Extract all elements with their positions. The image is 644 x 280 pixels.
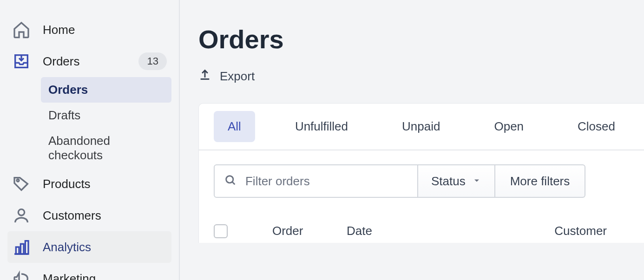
filter-input[interactable] bbox=[245, 174, 408, 189]
tab-open[interactable]: Open bbox=[480, 111, 538, 142]
export-label: Export bbox=[220, 69, 255, 84]
tab-unfulfilled[interactable]: Unfulfilled bbox=[281, 111, 362, 142]
sidebar-item-label: Products bbox=[43, 177, 167, 191]
user-icon bbox=[12, 206, 31, 225]
sidebar-item-label: Customers bbox=[43, 208, 167, 223]
orders-card: All Unfulfilled Unpaid Open Closed Statu… bbox=[198, 103, 644, 243]
page-title: Orders bbox=[198, 24, 644, 54]
subnav-drafts[interactable]: Drafts bbox=[41, 103, 171, 128]
sidebar-item-marketing[interactable]: Marketing bbox=[7, 263, 171, 280]
tab-closed[interactable]: Closed bbox=[564, 111, 629, 142]
filter-search[interactable] bbox=[214, 164, 418, 198]
table-header: Order Date Customer bbox=[199, 213, 644, 243]
sidebar-item-customers[interactable]: Customers bbox=[7, 200, 171, 231]
main-content: Orders Export All Unfulfilled Unpaid Ope… bbox=[180, 0, 644, 280]
svg-rect-3 bbox=[20, 244, 24, 254]
more-filters-label: More filters bbox=[510, 174, 570, 189]
svg-point-5 bbox=[226, 176, 233, 183]
sidebar-item-products[interactable]: Products bbox=[7, 168, 171, 200]
svg-point-0 bbox=[17, 179, 19, 182]
column-customer[interactable]: Customer bbox=[514, 224, 629, 238]
svg-point-1 bbox=[18, 209, 24, 215]
sidebar-item-analytics[interactable]: Analytics bbox=[7, 231, 171, 263]
column-date[interactable]: Date bbox=[347, 224, 514, 238]
sidebar-item-orders[interactable]: Orders 13 bbox=[7, 46, 171, 77]
home-icon bbox=[12, 20, 31, 39]
search-icon bbox=[224, 174, 237, 189]
megaphone-icon bbox=[12, 269, 31, 280]
tab-all[interactable]: All bbox=[214, 111, 255, 142]
tabs: All Unfulfilled Unpaid Open Closed bbox=[199, 104, 644, 150]
export-icon bbox=[198, 68, 211, 85]
tag-icon bbox=[12, 175, 31, 193]
subnav-abandoned-checkouts[interactable]: Abandoned checkouts bbox=[41, 128, 171, 168]
subnav-orders[interactable]: Orders bbox=[41, 77, 171, 103]
status-dropdown[interactable]: Status bbox=[418, 164, 495, 198]
svg-rect-2 bbox=[16, 247, 19, 254]
orders-count-badge: 13 bbox=[138, 52, 166, 70]
orders-subnav: Orders Drafts Abandoned checkouts bbox=[41, 77, 171, 168]
tab-unpaid[interactable]: Unpaid bbox=[388, 111, 454, 142]
sidebar-item-label: Marketing bbox=[43, 272, 167, 280]
sidebar: Home Orders 13 Orders Drafts Abandoned c… bbox=[0, 0, 180, 280]
filter-row: Status More filters bbox=[199, 150, 644, 213]
more-filters-button[interactable]: More filters bbox=[495, 164, 586, 198]
chevron-down-icon bbox=[472, 174, 481, 189]
svg-rect-4 bbox=[25, 241, 28, 254]
sidebar-item-label: Analytics bbox=[43, 240, 167, 254]
inbox-icon bbox=[12, 52, 31, 71]
sidebar-item-label: Orders bbox=[43, 54, 126, 69]
sidebar-item-home[interactable]: Home bbox=[7, 14, 171, 46]
export-button[interactable]: Export bbox=[198, 68, 255, 85]
sidebar-item-label: Home bbox=[43, 23, 167, 37]
analytics-icon bbox=[12, 238, 31, 256]
column-order[interactable]: Order bbox=[272, 224, 347, 238]
status-label: Status bbox=[431, 174, 466, 189]
select-all-checkbox[interactable] bbox=[214, 224, 228, 238]
